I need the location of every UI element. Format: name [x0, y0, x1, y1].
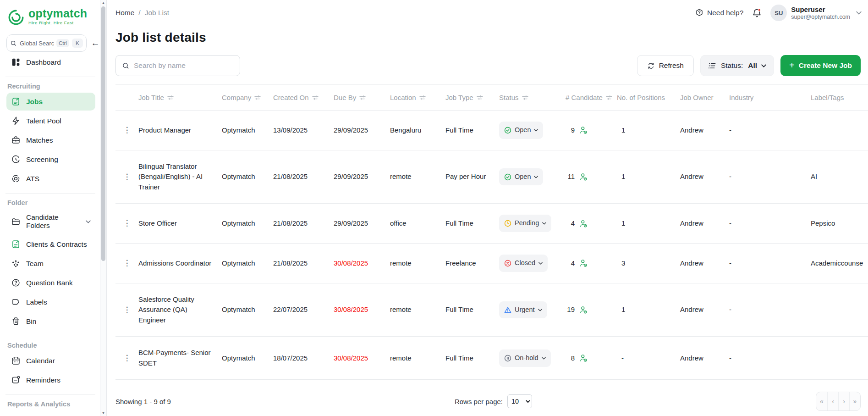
- col-candidate[interactable]: # Candidate: [566, 85, 617, 111]
- filter-icon: [522, 94, 528, 101]
- job-title-cell[interactable]: Product Manager: [138, 111, 222, 150]
- table-header-row: Job Title Company Created On Due By Loca…: [115, 85, 868, 111]
- job-title-cell[interactable]: Store Officer: [138, 204, 222, 244]
- kebab-menu-icon[interactable]: ⋮: [123, 354, 131, 362]
- sidebar-item-matches[interactable]: Matches: [6, 131, 95, 149]
- brand-tagline: Hire Right. Hire Fast: [28, 20, 87, 25]
- sidebar-item-reminders[interactable]: Reminders: [6, 371, 95, 389]
- breadcrumb-home[interactable]: Home: [115, 9, 134, 17]
- first-page-button[interactable]: «: [816, 392, 827, 410]
- global-search-input[interactable]: [20, 40, 54, 47]
- chevron-down-icon[interactable]: [86, 220, 91, 223]
- sidebar-item-jobs[interactable]: Jobs: [6, 93, 95, 111]
- status-dropdown[interactable]: On-hold: [499, 349, 551, 367]
- sidebar-item-bin[interactable]: Bin: [6, 312, 95, 330]
- ats-icon: [11, 174, 21, 183]
- pending-status-icon: [504, 220, 511, 227]
- sidebar-item-team[interactable]: Team: [6, 255, 95, 272]
- kebab-menu-icon[interactable]: ⋮: [123, 172, 131, 181]
- sidebar-item-ats[interactable]: ATS: [6, 170, 95, 188]
- candidate-count-cell[interactable]: 4: [566, 244, 617, 283]
- sidebar-item-labels[interactable]: Labels: [6, 293, 95, 311]
- row-menu-cell: ⋮: [115, 111, 138, 150]
- created-on-cell: 22/07/2025: [273, 283, 334, 337]
- location-cell: remote: [390, 283, 445, 337]
- help-hexagon-icon: [695, 8, 704, 17]
- previous-page-button[interactable]: ‹: [827, 392, 838, 410]
- candidate-person-icon: [579, 126, 588, 134]
- job-title-cell[interactable]: Admissions Coordinator: [138, 244, 222, 283]
- notifications-bell-icon[interactable]: [752, 8, 762, 18]
- candidate-count: 4: [566, 218, 575, 229]
- candidate-count-cell[interactable]: 9: [566, 111, 617, 150]
- status-filter-button[interactable]: Status: All: [700, 55, 774, 76]
- rows-per-page-select[interactable]: 10: [507, 394, 532, 408]
- kebab-menu-icon[interactable]: ⋮: [123, 305, 131, 314]
- col-job-type[interactable]: Job Type: [445, 85, 499, 111]
- scroll-down-icon[interactable]: ▼: [100, 411, 106, 415]
- brand-logo[interactable]: optymatch Hire Right. Hire Fast: [6, 5, 95, 27]
- col-status[interactable]: Status: [499, 85, 566, 111]
- status-dropdown[interactable]: Open: [499, 168, 543, 186]
- created-on-cell: 21/08/2025: [273, 204, 334, 244]
- labels-cell: [811, 337, 868, 380]
- job-title-cell[interactable]: Salesforce Quality Assurance (QA) Engine…: [138, 283, 222, 337]
- table-row[interactable]: ⋮ Product Manager Optymatch 13/09/2025 2…: [115, 111, 868, 150]
- kebab-menu-icon[interactable]: ⋮: [123, 126, 131, 134]
- name-search[interactable]: [115, 55, 240, 76]
- next-page-button[interactable]: ›: [838, 392, 849, 410]
- chevron-down-icon: [534, 176, 538, 178]
- sidebar-item-calendar[interactable]: Calendar: [6, 352, 95, 370]
- positions-cell: 1: [617, 204, 680, 244]
- create-new-job-button[interactable]: + Create New Job: [780, 55, 861, 76]
- table-row[interactable]: ⋮ BCM-Payments- Senior SDET Optymatch 18…: [115, 337, 868, 380]
- scrollbar-thumb[interactable]: [101, 6, 105, 261]
- scroll-up-icon[interactable]: ▲: [100, 1, 106, 5]
- sidebar-item-clients-contracts[interactable]: Clients & Contracts: [6, 235, 95, 253]
- filter-icon: [477, 94, 483, 101]
- refresh-button[interactable]: Refresh: [637, 55, 694, 76]
- col-created-on[interactable]: Created On: [273, 85, 334, 111]
- job-owner-cell: Andrew: [680, 150, 729, 204]
- status-dropdown[interactable]: Urgent: [499, 301, 547, 319]
- kebab-menu-icon[interactable]: ⋮: [123, 259, 131, 267]
- job-title-cell[interactable]: Bilingual Translator (Bengali/English) -…: [138, 150, 222, 204]
- col-due-by[interactable]: Due By: [334, 85, 390, 111]
- candidate-count-cell[interactable]: 4: [566, 204, 617, 244]
- create-new-job-label: Create New Job: [799, 61, 852, 70]
- sidebar-item-question-bank[interactable]: Question Bank: [6, 274, 95, 292]
- sidebar-item-screening[interactable]: Screening: [6, 150, 95, 168]
- col-job-title[interactable]: Job Title: [138, 85, 222, 111]
- chevron-down-icon[interactable]: [856, 11, 862, 15]
- candidate-count-cell[interactable]: 11: [566, 150, 617, 204]
- name-search-input[interactable]: [134, 61, 234, 70]
- sidebar-collapse-icon[interactable]: ←: [91, 38, 100, 48]
- col-location[interactable]: Location: [390, 85, 445, 111]
- sidebar-item-dashboard[interactable]: Dashboard: [6, 53, 95, 71]
- status-dropdown[interactable]: Pending: [499, 215, 551, 232]
- status-label: Open: [515, 125, 531, 135]
- kebab-menu-icon[interactable]: ⋮: [123, 219, 131, 227]
- table-row[interactable]: ⋮ Admissions Coordinator Optymatch 21/08…: [115, 244, 868, 283]
- sidebar-scrollbar[interactable]: ▲ ▼: [100, 0, 107, 416]
- sidebar-item-candidate-folders[interactable]: Candidate Folders: [6, 209, 95, 234]
- need-help-label: Need help?: [707, 9, 743, 17]
- sidebar-item-talent-pool[interactable]: Talent Pool: [6, 112, 95, 130]
- job-type-cell: Full Time: [445, 337, 499, 380]
- user-menu[interactable]: SU Superuser super@optymatch.com: [770, 5, 862, 21]
- candidate-count-cell[interactable]: 19: [566, 283, 617, 337]
- candidate-count-cell[interactable]: 8: [566, 337, 617, 380]
- need-help-button[interactable]: Need help?: [695, 8, 743, 17]
- last-page-button[interactable]: »: [849, 392, 860, 410]
- candidate-count: 8: [566, 353, 575, 364]
- status-dropdown[interactable]: Open: [499, 122, 543, 139]
- job-title-cell[interactable]: BCM-Payments- Senior SDET: [138, 337, 222, 380]
- status-dropdown[interactable]: Closed: [499, 255, 548, 272]
- status-filter-label: Status:: [721, 61, 743, 70]
- table-row[interactable]: ⋮ Salesforce Quality Assurance (QA) Engi…: [115, 283, 868, 337]
- global-search[interactable]: Ctrl K: [6, 34, 87, 52]
- table-row[interactable]: ⋮ Bilingual Translator (Bengali/English)…: [115, 150, 868, 204]
- table-row[interactable]: ⋮ Store Officer Optymatch 21/08/2025 29/…: [115, 204, 868, 244]
- chevron-down-icon: [542, 222, 546, 225]
- col-company[interactable]: Company: [222, 85, 273, 111]
